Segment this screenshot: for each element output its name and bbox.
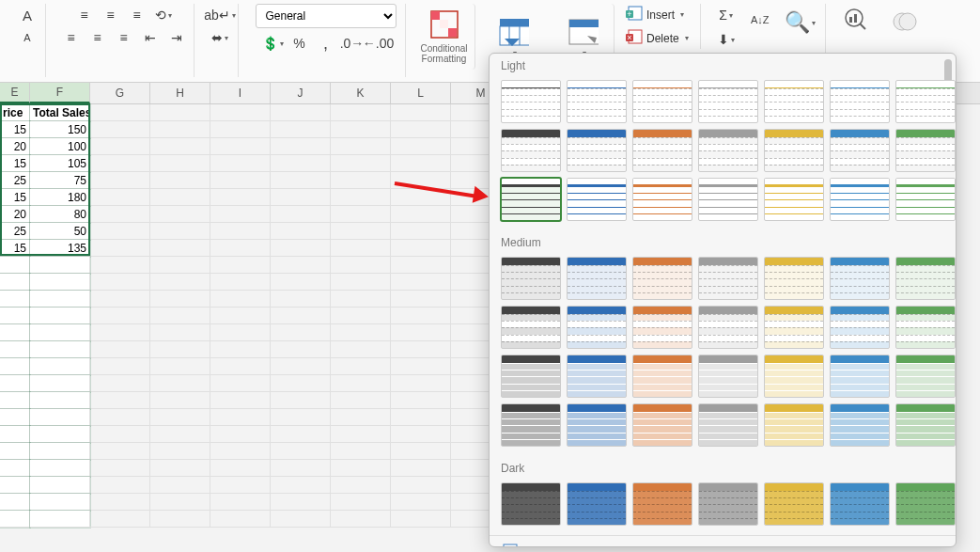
cell[interactable] bbox=[210, 274, 271, 291]
cell[interactable] bbox=[391, 223, 451, 240]
cell[interactable] bbox=[0, 375, 30, 392]
cell[interactable] bbox=[271, 291, 331, 308]
table-style-swatch[interactable] bbox=[567, 80, 627, 123]
cell[interactable] bbox=[271, 324, 331, 341]
cell[interactable]: 150 bbox=[30, 121, 90, 138]
cell[interactable] bbox=[150, 409, 210, 426]
cell[interactable] bbox=[210, 121, 271, 138]
table-style-swatch[interactable] bbox=[501, 80, 561, 123]
percent-button[interactable]: % bbox=[288, 32, 312, 55]
cell[interactable] bbox=[391, 155, 451, 172]
cell[interactable] bbox=[90, 477, 150, 494]
table-style-swatch[interactable] bbox=[830, 482, 890, 526]
cell[interactable] bbox=[90, 172, 150, 189]
cell[interactable] bbox=[150, 104, 210, 121]
cell[interactable] bbox=[150, 155, 210, 172]
cell[interactable] bbox=[210, 189, 271, 206]
table-style-swatch[interactable] bbox=[698, 257, 758, 300]
cell[interactable] bbox=[90, 460, 150, 477]
cell[interactable] bbox=[271, 409, 331, 426]
cell[interactable]: 25 bbox=[0, 172, 30, 189]
table-style-swatch[interactable] bbox=[501, 306, 561, 349]
cell[interactable] bbox=[150, 257, 210, 274]
cell[interactable] bbox=[391, 291, 451, 308]
cell[interactable] bbox=[331, 291, 391, 308]
cell[interactable] bbox=[331, 308, 391, 324]
cell[interactable] bbox=[0, 324, 30, 341]
cell[interactable] bbox=[210, 257, 271, 274]
table-style-swatch[interactable] bbox=[698, 306, 758, 349]
cell[interactable] bbox=[331, 324, 391, 341]
cell[interactable] bbox=[90, 274, 150, 291]
cell[interactable] bbox=[0, 392, 30, 409]
table-style-swatch[interactable] bbox=[698, 403, 758, 447]
table-style-swatch[interactable] bbox=[567, 403, 627, 447]
table-style-swatch[interactable] bbox=[764, 403, 824, 447]
table-style-swatch[interactable] bbox=[895, 403, 956, 447]
cell[interactable] bbox=[0, 358, 30, 375]
cell[interactable] bbox=[331, 443, 391, 460]
decrease-indent-button[interactable]: ⇤ bbox=[138, 26, 163, 49]
cell[interactable] bbox=[150, 494, 210, 511]
cell[interactable] bbox=[331, 274, 391, 291]
cell[interactable] bbox=[30, 358, 90, 375]
cell[interactable] bbox=[30, 341, 90, 358]
cell[interactable] bbox=[331, 223, 391, 240]
cell[interactable] bbox=[210, 240, 271, 257]
cell[interactable] bbox=[331, 155, 391, 172]
cell[interactable] bbox=[150, 341, 210, 358]
cell[interactable] bbox=[90, 206, 150, 223]
cell[interactable] bbox=[150, 138, 210, 155]
conditional-formatting-button[interactable]: Conditional Formatting bbox=[413, 4, 475, 70]
table-style-swatch[interactable] bbox=[698, 178, 758, 221]
increase-decimal-button[interactable]: ←.00 bbox=[366, 32, 391, 55]
cell[interactable] bbox=[391, 172, 451, 189]
copilot-button[interactable] bbox=[886, 4, 924, 41]
cell[interactable] bbox=[30, 392, 90, 409]
cell[interactable] bbox=[150, 324, 210, 341]
cell[interactable] bbox=[150, 392, 210, 409]
cell[interactable] bbox=[391, 511, 451, 528]
cell[interactable] bbox=[331, 104, 391, 121]
cell[interactable] bbox=[150, 511, 210, 528]
table-style-swatch[interactable] bbox=[501, 482, 561, 526]
cell[interactable] bbox=[271, 341, 331, 358]
cell[interactable] bbox=[0, 341, 30, 358]
decrease-font-button[interactable]: A bbox=[15, 26, 39, 49]
align-left-button[interactable]: ≡ bbox=[59, 26, 84, 49]
cell[interactable] bbox=[271, 223, 331, 240]
cell[interactable] bbox=[0, 460, 30, 477]
cell[interactable] bbox=[271, 274, 331, 291]
currency-button[interactable]: 💲▾ bbox=[261, 32, 286, 55]
analyze-data-button[interactable] bbox=[839, 4, 873, 36]
column-header-K[interactable]: K bbox=[331, 83, 391, 103]
cell[interactable] bbox=[150, 240, 210, 257]
table-style-swatch[interactable] bbox=[567, 482, 627, 526]
table-style-swatch[interactable] bbox=[764, 355, 824, 398]
cell[interactable] bbox=[90, 409, 150, 426]
table-style-swatch[interactable] bbox=[764, 306, 824, 349]
cell[interactable] bbox=[150, 358, 210, 375]
cell[interactable] bbox=[271, 121, 331, 138]
cell[interactable] bbox=[150, 460, 210, 477]
cell[interactable]: rice bbox=[0, 104, 30, 121]
cell[interactable] bbox=[210, 358, 271, 375]
cell[interactable] bbox=[331, 257, 391, 274]
cell[interactable] bbox=[391, 477, 451, 494]
cell[interactable] bbox=[391, 392, 451, 409]
table-style-swatch[interactable] bbox=[830, 178, 890, 221]
cell[interactable] bbox=[150, 223, 210, 240]
table-style-swatch[interactable] bbox=[895, 178, 956, 221]
cell[interactable] bbox=[391, 426, 451, 443]
table-style-swatch[interactable] bbox=[567, 355, 627, 398]
table-style-swatch[interactable] bbox=[895, 80, 956, 123]
table-style-swatch[interactable] bbox=[632, 80, 692, 123]
cell[interactable] bbox=[30, 443, 90, 460]
table-style-swatch[interactable] bbox=[632, 129, 692, 172]
decrease-decimal-button[interactable]: .0→ bbox=[340, 32, 365, 55]
table-style-swatch[interactable] bbox=[698, 80, 758, 123]
cell[interactable] bbox=[210, 494, 271, 511]
cell[interactable] bbox=[90, 223, 150, 240]
cell[interactable] bbox=[30, 511, 90, 528]
cell[interactable] bbox=[150, 477, 210, 494]
